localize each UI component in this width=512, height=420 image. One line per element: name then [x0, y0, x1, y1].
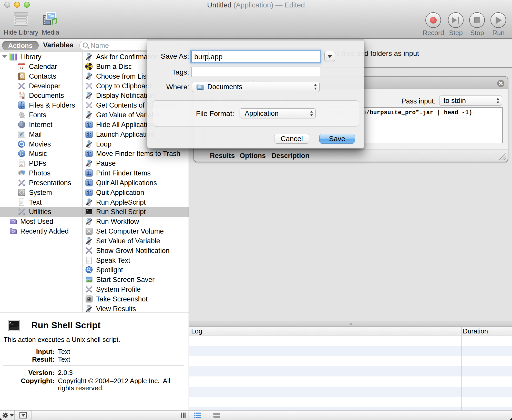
- svg-text:@: @: [21, 75, 24, 78]
- svg-text:17: 17: [20, 66, 23, 70]
- svg-text:>_: >_: [9, 321, 14, 325]
- svg-text:>_: >_: [87, 209, 89, 212]
- svg-text:H: H: [19, 92, 21, 94]
